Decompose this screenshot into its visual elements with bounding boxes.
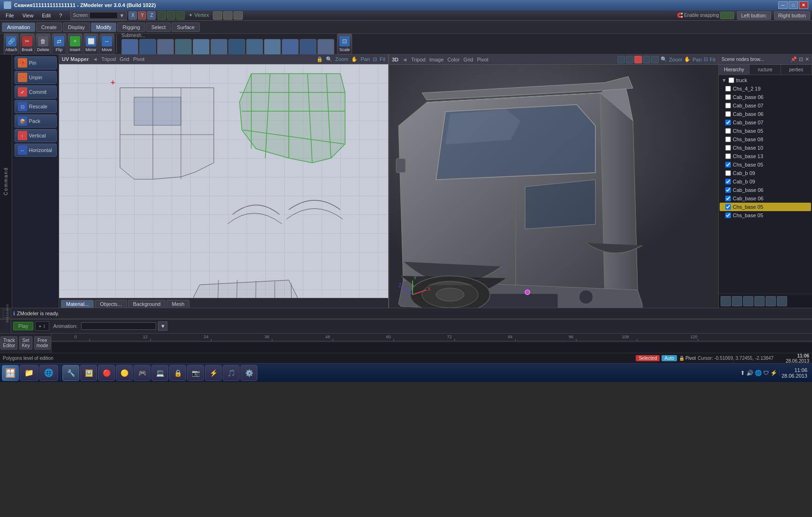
menu-file[interactable]: File	[2, 12, 18, 19]
tree-check-2[interactable]	[725, 94, 731, 100]
menu-help[interactable]: ?	[55, 12, 66, 19]
scene-tab-properties[interactable]: perties	[781, 65, 812, 75]
vp-image[interactable]: Image	[429, 57, 444, 62]
tab-objects[interactable]: Objects...	[95, 300, 127, 308]
tree-item-1[interactable]: Chs_4_2 19	[720, 84, 811, 93]
vp-tripod[interactable]: Tripod	[411, 57, 426, 62]
scene-btn-2[interactable]	[732, 296, 742, 306]
systray-icon-1[interactable]: ⬆	[740, 370, 745, 376]
submesh-btn-3[interactable]	[157, 39, 174, 55]
flip-button[interactable]: ⇄ Flip	[52, 34, 67, 54]
delete-button[interactable]: 🗑 Delete	[36, 34, 51, 54]
tab-surface[interactable]: Surface	[172, 23, 200, 32]
scene-close-btn[interactable]: ✕	[805, 56, 809, 62]
tree-check-3[interactable]	[725, 103, 731, 108]
tree-check-10[interactable]	[725, 162, 731, 167]
scene-detach-btn[interactable]: ⊡	[799, 56, 803, 62]
vp-icon-4[interactable]	[643, 56, 650, 63]
submesh-btn-9[interactable]	[264, 39, 281, 55]
tree-item-4[interactable]: Cab_base 06	[720, 110, 811, 118]
3d-viewport[interactable]: 3D ◄ Tripod Image Color Grid Pivot 🔍 Zoo…	[389, 54, 718, 308]
submesh-btn-12[interactable]	[317, 39, 334, 55]
tree-check-13[interactable]	[725, 187, 731, 193]
tree-check-15[interactable]	[725, 204, 731, 210]
tree-check-7[interactable]	[725, 137, 731, 142]
toolbar-vert-btn[interactable]	[213, 11, 222, 20]
toolbar-btn-1[interactable]	[158, 11, 166, 20]
tree-item-2[interactable]: Cab_base 06	[720, 93, 811, 101]
taskbar-app-3[interactable]: 🔴	[98, 365, 115, 381]
tree-check-14[interactable]	[725, 196, 731, 201]
play-button[interactable]: Play	[13, 322, 33, 330]
horizontal-button[interactable]: ↔ Horizontal	[15, 144, 57, 157]
submesh-btn-5[interactable]	[193, 39, 210, 55]
toolbar-vert-btn2[interactable]	[223, 11, 233, 20]
vp-icon-5[interactable]	[651, 56, 659, 63]
tree-item-6[interactable]: Chs_base 05	[720, 127, 811, 135]
submesh-btn-1[interactable]	[121, 39, 138, 55]
taskbar-app-1[interactable]: 🔧	[62, 365, 79, 381]
vp-zoom-btn[interactable]: 🔍	[661, 56, 667, 62]
insert-button[interactable]: ＋ Insert	[68, 34, 83, 54]
vp-color[interactable]: Color	[447, 57, 459, 62]
tree-item-16[interactable]: Chs_base 05	[720, 211, 811, 220]
break-button[interactable]: ✂ Break	[20, 34, 35, 54]
toolbar-vert-btn3[interactable]	[233, 11, 243, 20]
vp-pivot[interactable]: Pivot	[477, 57, 488, 62]
animation-input[interactable]	[81, 322, 156, 330]
tree-item-3[interactable]: Cab_base 07	[720, 101, 811, 110]
tree-check-truck[interactable]	[729, 77, 734, 83]
uv-viewport[interactable]: UV Mapper ◄ Tripod Grid Pivot 🔒 🔍 Zoom ✋…	[59, 54, 389, 308]
uv-tripod[interactable]: Tripod	[101, 56, 116, 62]
tab-mesh[interactable]: Mesh	[166, 300, 189, 308]
start-button[interactable]: 🪟	[2, 365, 19, 381]
vp-grid[interactable]: Grid	[464, 57, 474, 62]
commit-button[interactable]: ✔ Commit	[15, 85, 57, 99]
toolbar-xyz-x[interactable]: X	[128, 11, 137, 20]
submesh-btn-7[interactable]	[228, 39, 245, 55]
taskbar-app-11[interactable]: ⚙️	[241, 365, 257, 381]
toolbar-xyz-y[interactable]: Y	[138, 11, 146, 20]
right-button-indicator[interactable]: Right button	[774, 11, 810, 20]
vp-icon-1[interactable]	[617, 56, 625, 63]
taskbar-app-8[interactable]: 📷	[187, 365, 204, 381]
taskbar-app-10[interactable]: 🎵	[223, 365, 240, 381]
systray-icon-2[interactable]: 🔊	[746, 370, 753, 376]
vp-pan-btn[interactable]: ✋	[684, 56, 691, 62]
tree-check-12[interactable]	[725, 179, 731, 184]
tree-item-15[interactable]: Chs_base 05	[720, 203, 811, 211]
scene-pin-btn[interactable]: 📌	[790, 56, 797, 62]
maximize-button[interactable]: □	[789, 1, 798, 9]
free-mode-button[interactable]: Free mode	[34, 336, 51, 350]
taskbar-app-6[interactable]: 💻	[151, 365, 168, 381]
tree-item-12[interactable]: Cab_b 09	[720, 177, 811, 186]
scene-btn-1[interactable]	[721, 296, 731, 306]
tab-animation[interactable]: Animation	[2, 23, 35, 32]
tree-item-13[interactable]: Cab_base 06	[720, 186, 811, 194]
toolbar-xyz-z[interactable]: Z	[147, 11, 156, 20]
snapping-toggle[interactable]	[720, 12, 734, 19]
tree-check-6[interactable]	[725, 128, 731, 134]
vertical-button[interactable]: ↕ Vertical	[15, 129, 57, 142]
tree-item-11[interactable]: Cab_b 09	[720, 169, 811, 177]
vp-fit-btn[interactable]: ⊡	[704, 56, 708, 62]
tree-check-16[interactable]	[725, 213, 731, 218]
tab-create[interactable]: Create	[36, 23, 62, 32]
tab-display[interactable]: Display	[63, 23, 90, 32]
move-button[interactable]: ↔ Move	[99, 34, 114, 54]
taskbar-ie[interactable]: 🌐	[39, 365, 58, 381]
scene-tab-hierarchy[interactable]: Hierarchy	[719, 65, 750, 75]
submesh-btn-10[interactable]	[282, 39, 299, 55]
mirror-button[interactable]: ⬜ Mirror	[83, 34, 98, 54]
scene-tab-structure[interactable]: ructure	[750, 65, 781, 75]
tree-item-14[interactable]: Cab_base 06	[720, 194, 811, 203]
tab-modify[interactable]: Modify	[91, 23, 116, 32]
toolbar-btn-2[interactable]	[167, 11, 175, 20]
anim-dropdown[interactable]: ▼	[158, 321, 167, 331]
taskbar-app-5[interactable]: 🎮	[134, 365, 150, 381]
toolbar-btn-3[interactable]	[176, 11, 185, 20]
vp-icon-2[interactable]	[626, 56, 633, 63]
scene-btn-6[interactable]	[777, 296, 787, 306]
unpin-button[interactable]: 📍 Unpin	[15, 71, 57, 84]
tab-select[interactable]: Select	[146, 23, 171, 32]
